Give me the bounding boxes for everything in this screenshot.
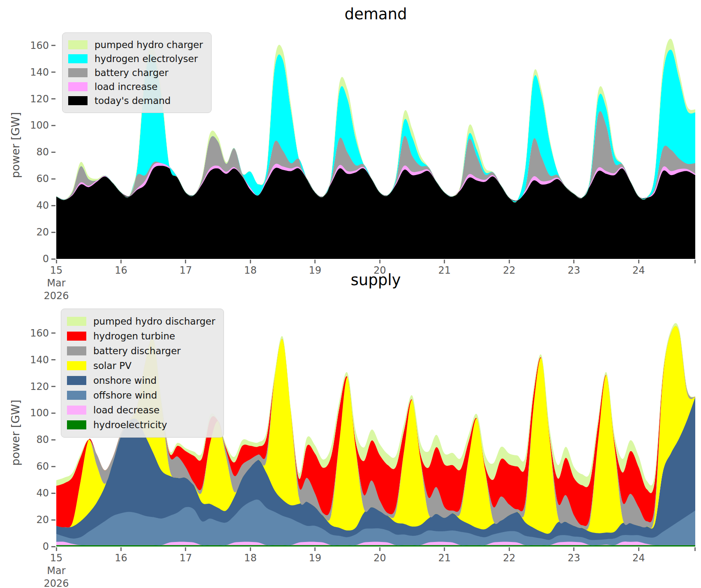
supply-y-tick-label: 100: [16, 407, 49, 419]
legend-label-load_increase: load increase: [95, 81, 157, 92]
demand-x-tick-label: 15: [34, 265, 79, 276]
legend-label-solar_pv: solar PV: [93, 360, 131, 371]
demand-y-tick: [51, 152, 55, 153]
legend-item-load_decrease: load decrease: [67, 405, 215, 415]
supply-y-tick-label: 80: [16, 434, 49, 445]
demand-y-tick-label: 40: [16, 200, 49, 211]
legend-label-battery_charger: battery charger: [95, 67, 168, 78]
legend-swatch-todays_demand: [68, 96, 88, 105]
demand-y-tick-label: 80: [16, 146, 49, 158]
supply-x-tick: [638, 547, 639, 551]
legend-item-todays_demand: today's demand: [68, 95, 203, 106]
supply-y-tick-label: 160: [16, 327, 49, 339]
supply-y-tick: [51, 439, 55, 440]
legend-label-hydrogen_turbine: hydrogen turbine: [93, 331, 175, 341]
supply-x-tick-label: 18: [228, 552, 273, 564]
demand-y-tick-label: 140: [16, 67, 49, 78]
legend-swatch-pumped_hydro_discharger: [67, 317, 86, 326]
legend-swatch-battery_discharger: [67, 346, 86, 355]
supply-x-tick-sublabel: Mar: [34, 565, 79, 576]
supply-x-tick-label: 16: [98, 552, 143, 564]
supply-y-tick: [51, 332, 55, 334]
demand-y-tick-label: 20: [16, 226, 49, 238]
demand-y-tick-label: 0: [16, 253, 49, 265]
legend-item-battery_charger: battery charger: [68, 67, 203, 78]
supply-y-tick-label: 60: [16, 461, 49, 472]
legend-swatch-hydroelectricity: [67, 420, 86, 429]
supply-x-tick: [314, 547, 316, 551]
demand-x-tick-label: 19: [293, 265, 338, 276]
demand-y-tick: [51, 71, 55, 73]
supply-y-tick-label: 120: [16, 381, 49, 392]
demand-x-tick-label: 17: [163, 265, 208, 276]
legend-label-todays_demand: today's demand: [95, 95, 171, 106]
legend-item-solar_pv: solar PV: [67, 360, 215, 371]
demand-chart-title: demand: [56, 5, 695, 23]
legend-item-pumped_hydro_discharger: pumped hydro discharger: [67, 316, 215, 327]
legend-swatch-load_decrease: [67, 406, 86, 415]
supply-x-tick: [250, 547, 251, 551]
legend-label-pumped_hydro_charger: pumped hydro charger: [95, 39, 203, 50]
legend-swatch-offshore_wind: [67, 391, 86, 400]
legend-item-offshore_wind: offshore wind: [67, 390, 215, 401]
demand-y-tick: [51, 178, 55, 180]
supply-x-tick: [185, 547, 186, 551]
demand-x-tick-label: 18: [228, 265, 273, 276]
supply-x-tick: [120, 547, 122, 551]
supply-y-tick-label: 0: [16, 541, 49, 552]
supply-y-tick: [51, 413, 55, 414]
demand-y-tick-label: 60: [16, 173, 49, 184]
supply-x-tick-label: 17: [163, 552, 208, 564]
demand-y-tick: [51, 45, 55, 46]
supply-x-tick-label: 15: [34, 552, 79, 564]
demand-x-tick: [379, 260, 380, 263]
demand-x-tick: [573, 260, 574, 263]
demand-y-tick: [51, 125, 55, 126]
supply-legend: pumped hydro dischargerhydrogen turbineb…: [61, 309, 224, 438]
demand-y-tick-label: 100: [16, 120, 49, 131]
demand-x-tick-sublabel: Mar: [34, 277, 79, 289]
demand-x-tick: [509, 260, 510, 263]
demand-y-tick: [51, 232, 55, 233]
supply-y-tick-label: 40: [16, 487, 49, 499]
demand-x-tick: [185, 260, 186, 263]
demand-x-tick-label: 20: [357, 265, 402, 276]
legend-swatch-hydrogen_turbine: [67, 332, 86, 341]
supply-x-tick-edge: [694, 547, 696, 551]
supply-x-tick: [573, 547, 574, 551]
demand-x-tick-label: 24: [616, 265, 661, 276]
supply-x-tick: [379, 547, 380, 551]
supply-x-tick-label: 20: [357, 552, 402, 564]
legend-label-battery_discharger: battery discharger: [93, 346, 181, 356]
demand-y-tick: [51, 258, 55, 260]
demand-y-tick: [51, 98, 55, 99]
supply-x-tick-sublabel: 2026: [34, 578, 79, 588]
supply-y-tick-label: 140: [16, 354, 49, 366]
legend-swatch-onshore_wind: [67, 376, 86, 385]
legend-item-hydrogen_electrolyser: hydrogen electrolyser: [68, 53, 203, 64]
supply-x-tick-label: 22: [487, 552, 532, 564]
legend-swatch-solar_pv: [67, 361, 86, 370]
legend-label-hydroelectricity: hydroelectricity: [93, 420, 167, 430]
supply-y-tick: [51, 493, 55, 494]
legend-swatch-load_increase: [68, 82, 88, 91]
demand-x-tick: [314, 260, 316, 263]
supply-y-tick: [51, 519, 55, 521]
demand-x-tick: [638, 260, 639, 263]
demand-x-tick-label: 16: [98, 265, 143, 276]
supply-y-tick-label: 20: [16, 514, 49, 526]
demand-y-tick: [51, 205, 55, 206]
legend-swatch-pumped_hydro_charger: [68, 40, 88, 49]
legend-item-onshore_wind: onshore wind: [67, 375, 215, 386]
legend-item-hydroelectricity: hydroelectricity: [67, 420, 215, 430]
demand-area-todays_demand: [56, 166, 695, 259]
legend-item-load_increase: load increase: [68, 81, 203, 92]
legend-item-hydrogen_turbine: hydrogen turbine: [67, 331, 215, 341]
legend-label-load_decrease: load decrease: [93, 405, 159, 415]
demand-x-tick: [56, 260, 57, 263]
legend-item-battery_discharger: battery discharger: [67, 346, 215, 356]
demand-x-tick-edge: [694, 260, 696, 263]
supply-x-tick-label: 23: [551, 552, 597, 564]
demand-y-tick-label: 160: [16, 40, 49, 51]
supply-x-tick-label: 19: [293, 552, 338, 564]
